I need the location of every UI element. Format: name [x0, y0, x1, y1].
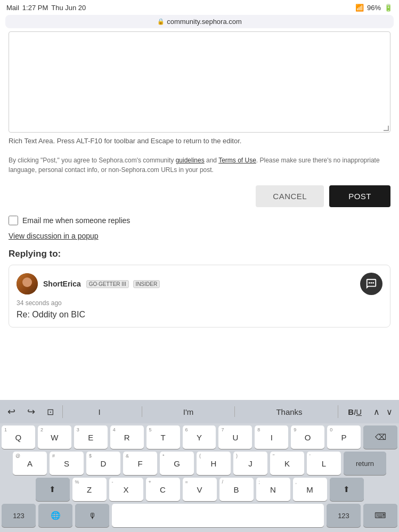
key-s[interactable]: #S: [50, 452, 84, 475]
svg-point-2: [372, 282, 374, 284]
button-row: CANCEL POST: [9, 185, 390, 207]
suggestion-divider-2: [234, 406, 235, 417]
key-row-3: ⬆ %Z -X +C =V /B ;N ,M ⬆: [2, 478, 397, 501]
arrow-up-button[interactable]: ∧: [371, 406, 382, 418]
keyboard-toolbar: ↩ ↪ ⊡ I I'm Thanks BIU ∧ ∨: [0, 400, 399, 423]
key-y[interactable]: 6Y: [183, 425, 216, 449]
key-o[interactable]: 9O: [291, 425, 324, 449]
key-shift-right[interactable]: ⬆: [330, 478, 364, 501]
lock-icon: 🔒: [157, 18, 165, 25]
date-label: Thu Jun 20: [51, 4, 86, 12]
status-bar: Mail 1:27 PM Thu Jun 20 📶 96% 🔋: [0, 0, 399, 15]
time-label: 1:27 PM: [22, 4, 48, 12]
keyboard: ↩ ↪ ⊡ I I'm Thanks BIU ∧ ∨ 1Q 2W 3E 4R 5…: [0, 400, 399, 532]
email-checkbox-row: Email me when someone replies: [9, 216, 390, 225]
battery-label: 96%: [367, 4, 381, 12]
replying-to-label: Replying to:: [9, 249, 390, 259]
key-space[interactable]: [112, 504, 324, 527]
key-l[interactable]: 'L: [307, 452, 341, 475]
key-i[interactable]: 8I: [255, 425, 288, 449]
undo-button[interactable]: ↩: [4, 404, 19, 420]
key-r[interactable]: 4R: [110, 425, 144, 449]
key-x[interactable]: -X: [109, 478, 143, 501]
paste-button[interactable]: ⊡: [44, 405, 57, 419]
suggestion-thanks[interactable]: Thanks: [267, 405, 311, 419]
biu-button[interactable]: BIU: [344, 405, 366, 419]
key-t[interactable]: 5T: [146, 425, 180, 449]
toolbar-divider-1: [62, 405, 63, 418]
comment-card: ShortErica GO·GETTER III INSIDER 34 seco…: [9, 265, 390, 328]
key-f[interactable]: &F: [123, 452, 157, 475]
arrow-buttons: ∧ ∨: [371, 406, 395, 418]
key-mic[interactable]: 🎙: [75, 504, 109, 527]
key-m[interactable]: ,M: [293, 478, 327, 501]
key-num-left[interactable]: 123: [2, 504, 36, 527]
terms-text: By clicking "Post," you agree to Sephora…: [9, 155, 390, 175]
badge-insider: INSIDER: [133, 280, 160, 288]
key-v[interactable]: =V: [183, 478, 217, 501]
key-n[interactable]: ;N: [256, 478, 290, 501]
key-d[interactable]: $D: [86, 452, 120, 475]
status-left: Mail 1:27 PM Thu Jun 20: [6, 4, 86, 12]
suggestion-divider-1: [142, 406, 142, 417]
key-w[interactable]: 2W: [38, 425, 71, 449]
url-text: community.sephora.com: [167, 18, 242, 26]
user-meta: ShortErica GO·GETTER III INSIDER: [43, 280, 160, 289]
avatar-image: [17, 273, 38, 294]
key-globe[interactable]: 🌐: [38, 504, 72, 527]
suggestion-im[interactable]: I'm: [175, 405, 202, 419]
comment-title: Re: Oddity on BIC: [17, 310, 382, 320]
svg-point-0: [369, 282, 370, 284]
username: ShortErica: [43, 280, 81, 288]
view-discussion-link[interactable]: View discussion in a popup: [9, 232, 390, 240]
toolbar-divider-2: [338, 405, 338, 418]
key-g[interactable]: *G: [160, 452, 194, 475]
cancel-button[interactable]: CANCEL: [256, 185, 324, 207]
post-button[interactable]: POST: [329, 185, 390, 207]
address-bar[interactable]: 🔒 community.sephora.com: [5, 15, 394, 28]
key-shift-left[interactable]: ⬆: [36, 478, 70, 501]
battery-icon: 🔋: [384, 4, 393, 12]
key-row-1: 1Q 2W 3E 4R 5T 6Y 7U 8I 9O 0P ⌫: [2, 425, 397, 449]
email-checkbox[interactable]: [9, 216, 18, 225]
key-num-right[interactable]: 123: [327, 504, 361, 527]
key-b[interactable]: /B: [219, 478, 254, 501]
terms-prefix: By clicking "Post," you agree to Sephora…: [9, 157, 176, 164]
comment-header: ShortErica GO·GETTER III INSIDER: [17, 273, 382, 295]
terms-of-use-link[interactable]: Terms of Use: [218, 157, 256, 164]
key-z[interactable]: %Z: [72, 478, 107, 501]
guidelines-link[interactable]: guidelines: [176, 157, 205, 164]
content-area: Rich Text Area. Press ALT-F10 for toolba…: [0, 31, 399, 328]
key-u[interactable]: 7U: [218, 425, 252, 449]
avatar: [17, 273, 38, 294]
rich-text-editor[interactable]: [9, 31, 390, 133]
key-p[interactable]: 0P: [327, 425, 361, 449]
keys-area: 1Q 2W 3E 4R 5T 6Y 7U 8I 9O 0P ⌫ @A #S $D…: [0, 423, 399, 532]
key-k[interactable]: "K: [270, 452, 304, 475]
key-keyboard[interactable]: ⌨: [363, 504, 397, 527]
terms-and: and: [205, 157, 218, 164]
chat-bubble-icon: [365, 278, 377, 290]
resize-handle[interactable]: [384, 126, 389, 131]
keyboard-suggestions: I I'm Thanks: [68, 405, 332, 419]
wifi-icon: 📶: [355, 4, 364, 12]
app-label: Mail: [6, 4, 19, 12]
key-e[interactable]: 3E: [74, 425, 108, 449]
chat-bubble-button[interactable]: [360, 273, 382, 295]
key-row-2: @A #S $D &F *G (H )J "K 'L return: [2, 452, 397, 475]
suggestion-i[interactable]: I: [90, 405, 109, 419]
editor-hint: Rich Text Area. Press ALT-F10 for toolba…: [9, 137, 390, 145]
key-delete[interactable]: ⌫: [363, 425, 397, 449]
key-c[interactable]: +C: [146, 478, 180, 501]
key-j[interactable]: )J: [233, 452, 267, 475]
svg-point-1: [371, 282, 372, 284]
comment-user-info: ShortErica GO·GETTER III INSIDER: [17, 273, 160, 294]
key-a[interactable]: @A: [13, 452, 47, 475]
key-return[interactable]: return: [344, 452, 386, 475]
redo-button[interactable]: ↪: [24, 404, 38, 420]
key-q[interactable]: 1Q: [2, 425, 35, 449]
key-h[interactable]: (H: [197, 452, 231, 475]
email-checkbox-label: Email me when someone replies: [22, 216, 130, 225]
comment-timestamp: 34 seconds ago: [17, 299, 382, 307]
arrow-down-button[interactable]: ∨: [384, 406, 395, 418]
